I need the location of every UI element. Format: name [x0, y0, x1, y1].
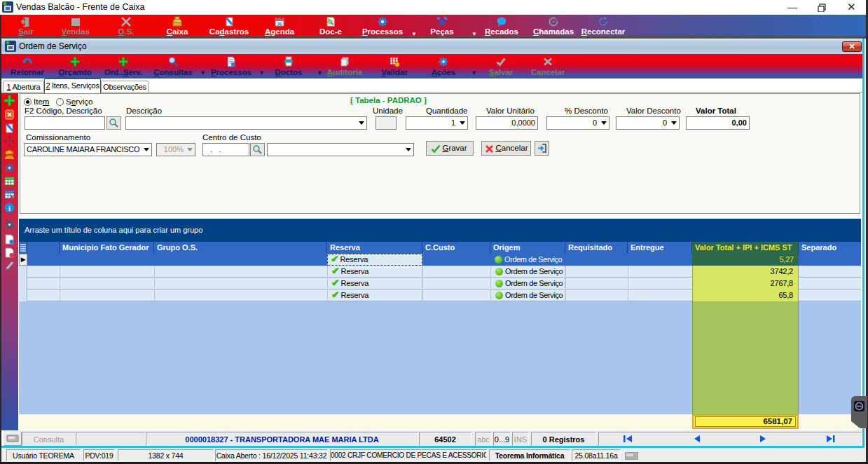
svg-text:i: i [8, 204, 11, 212]
svg-text:30: 30 [277, 22, 282, 26]
